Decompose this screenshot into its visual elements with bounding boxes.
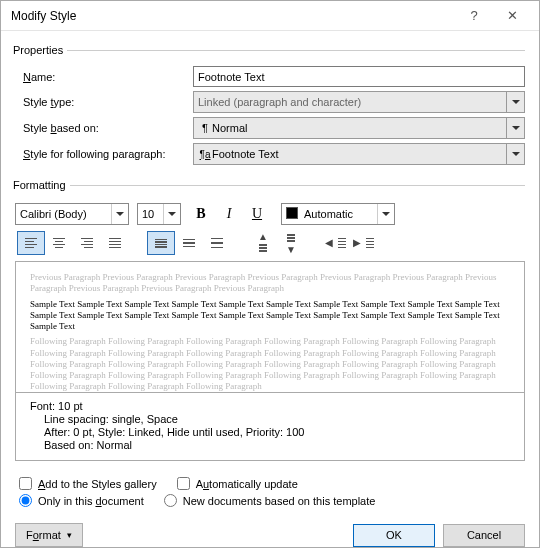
paragraph-mark-icon: ¶ <box>198 122 212 134</box>
dropdown-arrow-icon <box>163 204 180 224</box>
dropdown-arrow-icon <box>377 204 394 224</box>
preview-sample-text: Sample Text Sample Text Sample Text Samp… <box>30 299 510 333</box>
name-label: Name: <box>15 71 193 83</box>
titlebar: Modify Style ? ✕ <box>1 1 539 31</box>
following-para-select[interactable]: ¶a Footnote Text <box>193 143 525 165</box>
increase-indent-button[interactable]: ▶ <box>351 231 379 255</box>
align-justify-button[interactable] <box>101 231 129 255</box>
based-on-label: Style based on: <box>15 122 193 134</box>
preview-following-text: Following Paragraph Following Paragraph … <box>30 336 510 392</box>
name-input[interactable] <box>193 66 525 87</box>
line-spacing-double-button[interactable] <box>203 231 231 255</box>
close-button[interactable]: ✕ <box>493 1 531 31</box>
decrease-indent-button[interactable]: ◀ <box>323 231 351 255</box>
only-in-document-radio[interactable]: Only in this document <box>19 494 144 507</box>
space-before-decrease-button[interactable]: ▼ <box>277 231 305 255</box>
formatting-group: Formatting Calibri (Body) 10 B I U Autom… <box>15 179 525 461</box>
based-on-select[interactable]: ¶ Normal <box>193 117 525 139</box>
ok-button[interactable]: OK <box>353 524 435 547</box>
align-center-button[interactable] <box>45 231 73 255</box>
bold-button[interactable]: B <box>189 203 213 225</box>
linked-mark-icon: ¶a <box>198 149 212 160</box>
font-size-combo[interactable]: 10 <box>137 203 181 225</box>
dropdown-arrow-icon <box>111 204 128 224</box>
font-color-combo[interactable]: Automatic <box>281 203 395 225</box>
font-family-combo[interactable]: Calibri (Body) <box>15 203 129 225</box>
style-preview-pane: Previous Paragraph Previous Paragraph Pr… <box>15 261 525 393</box>
window-title: Modify Style <box>11 9 455 23</box>
line-spacing-single-button[interactable] <box>147 231 175 255</box>
preview-previous-text: Previous Paragraph Previous Paragraph Pr… <box>30 272 510 295</box>
style-type-select[interactable]: Linked (paragraph and character) <box>193 91 525 113</box>
italic-button[interactable]: I <box>217 203 241 225</box>
properties-group: Properties Name: Style type: Linked (par… <box>15 44 525 169</box>
cancel-button[interactable]: Cancel <box>443 524 525 547</box>
align-left-button[interactable] <box>17 231 45 255</box>
style-description: Font: 10 pt Line spacing: single, Space … <box>15 393 525 461</box>
following-para-label: style for following paragraph: <box>15 148 193 160</box>
dropdown-arrow-icon <box>506 118 524 138</box>
auto-update-checkbox[interactable]: Automatically update <box>177 477 298 490</box>
caret-down-icon: ▾ <box>67 530 72 540</box>
align-right-button[interactable] <box>73 231 101 255</box>
help-button[interactable]: ? <box>455 1 493 31</box>
properties-legend: Properties <box>13 44 67 56</box>
font-color-swatch-icon <box>286 207 298 219</box>
formatting-legend: Formatting <box>13 179 70 191</box>
new-documents-radio[interactable]: New documents based on this template <box>164 494 376 507</box>
add-to-gallery-checkbox[interactable]: Add to the Styles gallery <box>19 477 157 490</box>
modify-style-dialog: Modify Style ? ✕ Properties Name: Style … <box>0 0 540 548</box>
style-type-label: Style type: <box>15 96 193 108</box>
dropdown-arrow-icon <box>506 144 524 164</box>
space-before-increase-button[interactable]: ▲ <box>249 231 277 255</box>
line-spacing-15-button[interactable] <box>175 231 203 255</box>
format-menu-button[interactable]: Format▾ <box>15 523 83 547</box>
underline-button[interactable]: U <box>245 203 269 225</box>
dropdown-arrow-icon <box>506 92 524 112</box>
